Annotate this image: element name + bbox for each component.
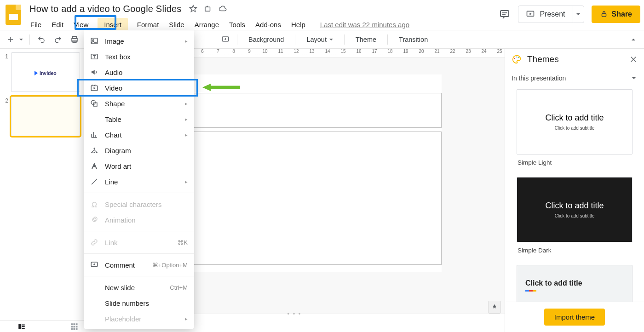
svg-rect-26 xyxy=(22,328,25,329)
diagram-icon xyxy=(90,146,98,155)
undo-button[interactable] xyxy=(34,33,48,46)
svg-rect-30 xyxy=(71,326,73,327)
present-label: Present xyxy=(540,10,565,18)
grid-view-icon[interactable] xyxy=(70,322,78,331)
menu-tools[interactable]: Tools xyxy=(228,19,246,30)
insert-link: Link ⌘K xyxy=(84,235,194,250)
insert-special-chars: Special characters xyxy=(84,196,194,212)
thumb-number: 1 xyxy=(3,52,8,92)
move-icon[interactable] xyxy=(204,5,212,13)
menu-format[interactable]: Format xyxy=(136,19,160,30)
table-icon xyxy=(90,115,98,123)
chevron-down-icon xyxy=(630,74,638,82)
star-icon[interactable] xyxy=(189,5,197,13)
print-button[interactable] xyxy=(68,33,81,46)
insert-image[interactable]: Image▸ xyxy=(84,33,194,49)
close-themes-icon[interactable] xyxy=(629,55,638,63)
menu-arrange[interactable]: Arrange xyxy=(194,19,220,30)
slides-logo xyxy=(6,5,24,29)
invideo-logo: invideo xyxy=(34,70,57,76)
menu-insert[interactable]: Insert xyxy=(98,18,128,31)
app-header: How to add a video to Google Slides File… xyxy=(0,0,644,30)
redo-button[interactable] xyxy=(51,33,65,46)
share-label: Share xyxy=(612,10,632,18)
chart-icon xyxy=(90,131,98,139)
menu-help[interactable]: Help xyxy=(290,19,306,30)
textbox-icon xyxy=(90,52,98,61)
themes-title: Themes xyxy=(527,54,624,64)
svg-point-15 xyxy=(94,152,95,153)
present-caret[interactable] xyxy=(573,6,584,23)
collapse-toolbar-icon[interactable] xyxy=(627,33,640,46)
svg-point-14 xyxy=(91,152,92,153)
svg-rect-27 xyxy=(71,323,73,325)
svg-point-9 xyxy=(92,40,94,41)
insert-line[interactable]: Line▸ xyxy=(84,174,194,189)
svg-point-38 xyxy=(518,57,519,58)
svg-rect-32 xyxy=(76,326,78,327)
svg-rect-1 xyxy=(500,11,509,17)
menu-bar: File Edit View Insert Format Slide Arran… xyxy=(29,17,499,31)
shape-icon xyxy=(90,99,98,108)
svg-rect-31 xyxy=(74,326,75,327)
cloud-icon[interactable] xyxy=(218,5,227,13)
present-group: Present xyxy=(518,6,584,23)
insert-chart[interactable]: Chart▸ xyxy=(84,127,194,143)
insert-menu-dropdown: Image▸ Text box Audio Video Shape▸ Table… xyxy=(84,30,194,329)
image-icon xyxy=(90,37,98,45)
import-theme-button[interactable]: Import theme xyxy=(544,309,605,326)
add-comment-icon[interactable] xyxy=(218,33,232,46)
svg-rect-8 xyxy=(91,38,98,44)
background-button[interactable]: Background xyxy=(242,33,290,46)
insert-audio[interactable]: Audio xyxy=(84,64,194,80)
thumb-number: 2 xyxy=(3,97,8,136)
insert-placeholder: Placeholder▸ xyxy=(84,311,194,326)
menu-slide[interactable]: Slide xyxy=(168,19,185,30)
share-button[interactable]: Share xyxy=(592,6,640,23)
audio-icon xyxy=(90,68,98,76)
theme-simple-light[interactable]: Click to add title Click to add subtitle… xyxy=(517,89,632,173)
omega-icon xyxy=(90,200,98,208)
theme-streamline[interactable]: Click to add title Click to add subtitle xyxy=(517,265,632,302)
palette-icon xyxy=(512,54,522,64)
comment-icon xyxy=(90,261,98,269)
theme-button[interactable]: Theme xyxy=(349,33,383,46)
insert-slide-numbers[interactable]: Slide numbers xyxy=(84,295,194,311)
transition-button[interactable]: Transition xyxy=(392,33,434,46)
new-slide-caret[interactable] xyxy=(17,33,25,46)
themes-panel: Themes In this presentation Click to add… xyxy=(505,49,644,332)
menu-edit[interactable]: Edit xyxy=(51,19,64,30)
insert-diagram[interactable]: Diagram xyxy=(84,143,194,158)
slide-thumbnails: 1 invideo 2 xyxy=(0,49,84,332)
svg-rect-24 xyxy=(22,324,25,325)
filmstrip-view-icon[interactable] xyxy=(17,322,26,331)
svg-rect-28 xyxy=(74,323,75,325)
layout-button[interactable]: Layout xyxy=(300,33,339,46)
svg-point-17 xyxy=(94,148,95,149)
svg-point-37 xyxy=(516,57,517,57)
theme-simple-dark[interactable]: Click to add title Click to add subtitle… xyxy=(517,177,632,261)
menu-addons[interactable]: Add-ons xyxy=(254,19,282,30)
svg-rect-23 xyxy=(18,324,21,329)
comments-icon[interactable] xyxy=(499,8,511,20)
insert-textbox[interactable]: Text box xyxy=(84,49,194,64)
themes-section-toggle[interactable]: In this presentation xyxy=(505,70,644,87)
svg-rect-34 xyxy=(74,328,75,330)
new-slide-button[interactable] xyxy=(4,33,17,46)
insert-comment[interactable]: Comment ⌘+Option+M xyxy=(84,257,194,273)
thumb-1[interactable]: invideo xyxy=(11,52,80,92)
arrow-annotation xyxy=(202,84,240,91)
menu-file[interactable]: File xyxy=(29,19,42,30)
insert-wordart[interactable]: Word art xyxy=(84,158,194,174)
insert-table[interactable]: Table▸ xyxy=(84,111,194,127)
insert-video[interactable]: Video xyxy=(84,80,194,96)
menu-view[interactable]: View xyxy=(73,19,89,30)
thumb-2[interactable] xyxy=(11,97,80,136)
insert-shape[interactable]: Shape▸ xyxy=(84,96,194,111)
present-button[interactable]: Present xyxy=(518,6,572,23)
explore-button[interactable] xyxy=(488,301,501,314)
wordart-icon xyxy=(90,162,98,170)
doc-title[interactable]: How to add a video to Google Slides xyxy=(29,4,182,14)
edit-history[interactable]: Last edit was 22 minutes ago xyxy=(319,19,410,30)
insert-new-slide[interactable]: New slide Ctrl+M xyxy=(84,280,194,295)
